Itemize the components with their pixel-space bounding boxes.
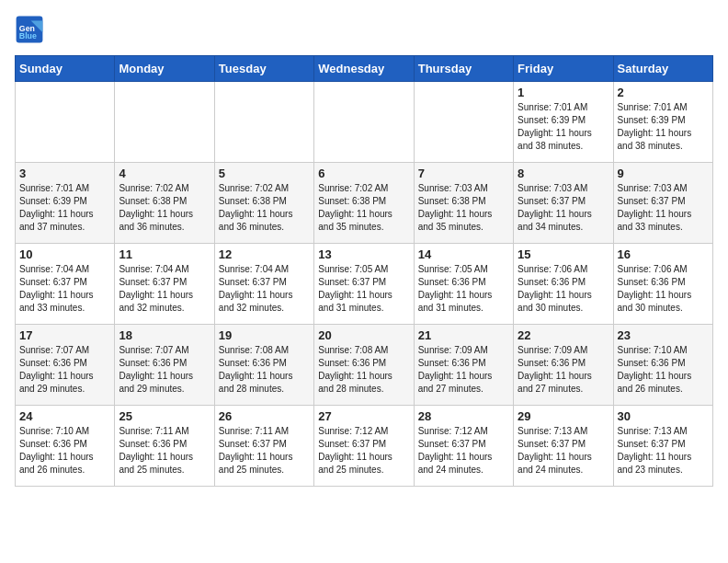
day-info: Daylight: 11 hours and 35 minutes. (418, 208, 509, 234)
day-info: Daylight: 11 hours and 29 minutes. (19, 370, 110, 396)
day-info: Sunrise: 7:04 AM (19, 263, 110, 276)
day-cell: 17Sunrise: 7:07 AMSunset: 6:36 PMDayligh… (16, 325, 115, 406)
day-cell: 7Sunrise: 7:03 AMSunset: 6:38 PMDaylight… (414, 163, 513, 244)
day-info: Sunrise: 7:05 AM (418, 263, 509, 276)
day-info: Sunset: 6:36 PM (618, 357, 709, 370)
day-info: Sunrise: 7:07 AM (119, 344, 210, 357)
weekday-header-row: SundayMondayTuesdayWednesdayThursdayFrid… (16, 56, 713, 82)
day-info: Sunset: 6:36 PM (19, 357, 110, 370)
day-cell: 8Sunrise: 7:03 AMSunset: 6:37 PMDaylight… (514, 163, 613, 244)
day-number: 23 (618, 328, 709, 342)
day-cell: 21Sunrise: 7:09 AMSunset: 6:36 PMDayligh… (414, 325, 513, 406)
day-info: Daylight: 11 hours and 30 minutes. (518, 289, 609, 315)
day-info: Daylight: 11 hours and 27 minutes. (518, 370, 609, 396)
day-info: Sunrise: 7:02 AM (318, 182, 409, 195)
day-cell: 18Sunrise: 7:07 AMSunset: 6:36 PMDayligh… (115, 325, 214, 406)
day-info: Sunrise: 7:11 AM (219, 425, 310, 438)
day-info: Sunset: 6:39 PM (518, 114, 609, 127)
day-number: 15 (518, 247, 609, 261)
day-cell (214, 82, 313, 163)
day-info: Sunset: 6:39 PM (618, 114, 709, 127)
weekday-friday: Friday (514, 56, 613, 82)
day-info: Sunrise: 7:04 AM (219, 263, 310, 276)
day-info: Sunset: 6:38 PM (318, 195, 409, 208)
day-info: Daylight: 11 hours and 38 minutes. (518, 127, 609, 153)
day-info: Sunrise: 7:06 AM (518, 263, 609, 276)
day-info: Sunrise: 7:01 AM (618, 101, 709, 114)
day-cell: 26Sunrise: 7:11 AMSunset: 6:37 PMDayligh… (214, 406, 313, 487)
day-number: 2 (618, 86, 709, 99)
day-info: Sunset: 6:36 PM (418, 276, 509, 289)
day-info: Sunset: 6:37 PM (318, 276, 409, 289)
day-info: Sunrise: 7:03 AM (518, 182, 609, 195)
day-number: 28 (418, 409, 509, 423)
day-info: Sunset: 6:36 PM (19, 438, 110, 451)
day-info: Sunset: 6:37 PM (618, 438, 709, 451)
day-cell (115, 82, 214, 163)
day-info: Daylight: 11 hours and 33 minutes. (618, 208, 709, 234)
weekday-sunday: Sunday (16, 56, 115, 82)
day-info: Sunrise: 7:02 AM (219, 182, 310, 195)
day-info: Sunrise: 7:13 AM (518, 425, 609, 438)
day-info: Sunrise: 7:01 AM (19, 182, 110, 195)
day-number: 13 (318, 247, 409, 261)
day-cell: 6Sunrise: 7:02 AMSunset: 6:38 PMDaylight… (314, 163, 414, 244)
day-number: 27 (318, 409, 409, 423)
day-cell: 23Sunrise: 7:10 AMSunset: 6:36 PMDayligh… (613, 325, 712, 406)
day-info: Sunrise: 7:02 AM (119, 182, 210, 195)
day-number: 16 (618, 247, 709, 261)
day-number: 4 (119, 167, 210, 180)
day-info: Sunrise: 7:08 AM (219, 344, 310, 357)
day-cell: 16Sunrise: 7:06 AMSunset: 6:36 PMDayligh… (613, 244, 712, 325)
calendar: SundayMondayTuesdayWednesdayThursdayFrid… (15, 55, 713, 487)
day-info: Sunrise: 7:04 AM (119, 263, 210, 276)
day-info: Sunset: 6:37 PM (219, 276, 310, 289)
week-row-3: 10Sunrise: 7:04 AMSunset: 6:37 PMDayligh… (16, 244, 713, 325)
day-cell: 30Sunrise: 7:13 AMSunset: 6:37 PMDayligh… (613, 406, 712, 487)
day-info: Sunset: 6:37 PM (318, 438, 409, 451)
weekday-wednesday: Wednesday (314, 56, 414, 82)
day-cell: 14Sunrise: 7:05 AMSunset: 6:36 PMDayligh… (414, 244, 513, 325)
day-info: Sunrise: 7:07 AM (19, 344, 110, 357)
day-info: Sunset: 6:37 PM (518, 195, 609, 208)
day-cell: 29Sunrise: 7:13 AMSunset: 6:37 PMDayligh… (514, 406, 613, 487)
day-number: 29 (518, 409, 609, 423)
day-info: Sunrise: 7:10 AM (618, 344, 709, 357)
day-info: Sunrise: 7:09 AM (518, 344, 609, 357)
day-cell: 2Sunrise: 7:01 AMSunset: 6:39 PMDaylight… (613, 82, 712, 163)
day-cell: 13Sunrise: 7:05 AMSunset: 6:37 PMDayligh… (314, 244, 414, 325)
day-info: Sunrise: 7:12 AM (418, 425, 509, 438)
day-info: Daylight: 11 hours and 32 minutes. (219, 289, 310, 315)
day-number: 19 (219, 328, 310, 342)
day-number: 8 (518, 167, 609, 180)
day-info: Sunrise: 7:13 AM (618, 425, 709, 438)
day-info: Daylight: 11 hours and 24 minutes. (518, 451, 609, 477)
day-info: Sunset: 6:36 PM (318, 357, 409, 370)
day-number: 12 (219, 247, 310, 261)
day-info: Sunset: 6:38 PM (219, 195, 310, 208)
day-number: 25 (119, 409, 210, 423)
day-info: Sunset: 6:36 PM (418, 357, 509, 370)
day-info: Daylight: 11 hours and 34 minutes. (518, 208, 609, 234)
day-info: Sunset: 6:39 PM (19, 195, 110, 208)
day-info: Sunset: 6:37 PM (219, 438, 310, 451)
day-info: Daylight: 11 hours and 30 minutes. (618, 289, 709, 315)
day-info: Sunset: 6:37 PM (19, 276, 110, 289)
weekday-monday: Monday (115, 56, 214, 82)
day-number: 22 (518, 328, 609, 342)
day-info: Daylight: 11 hours and 26 minutes. (19, 451, 110, 477)
day-info: Daylight: 11 hours and 31 minutes. (318, 289, 409, 315)
weekday-saturday: Saturday (613, 56, 712, 82)
day-cell (414, 82, 513, 163)
day-info: Daylight: 11 hours and 29 minutes. (119, 370, 210, 396)
day-info: Daylight: 11 hours and 28 minutes. (318, 370, 409, 396)
day-info: Daylight: 11 hours and 36 minutes. (119, 208, 210, 234)
day-info: Daylight: 11 hours and 38 minutes. (618, 127, 709, 153)
day-cell: 4Sunrise: 7:02 AMSunset: 6:38 PMDaylight… (115, 163, 214, 244)
day-number: 21 (418, 328, 509, 342)
day-info: Sunrise: 7:06 AM (618, 263, 709, 276)
svg-text:Blue: Blue (19, 31, 37, 40)
day-info: Daylight: 11 hours and 23 minutes. (618, 451, 709, 477)
day-info: Sunset: 6:37 PM (518, 438, 609, 451)
day-cell: 24Sunrise: 7:10 AMSunset: 6:36 PMDayligh… (16, 406, 115, 487)
